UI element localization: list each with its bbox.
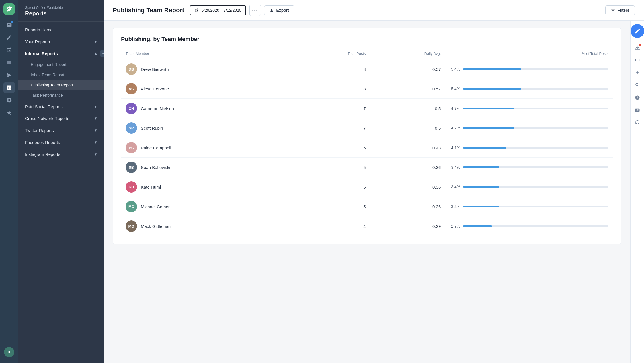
report-card: Publishing, by Team Member Team Member T… [113, 28, 621, 244]
nav-send-icon[interactable] [3, 69, 15, 81]
total-posts-paige-campbell: 6 [290, 138, 370, 158]
headset-icon[interactable] [632, 117, 643, 128]
pct-label: 3.4% [450, 185, 460, 189]
chevron-up-icon: ▴ [95, 51, 97, 56]
more-options-button[interactable]: ··· [249, 5, 261, 16]
keyboard-icon[interactable] [632, 105, 643, 115]
member-cell-alexa-cervone: AC Alexa Cervone [121, 79, 290, 99]
your-reports-label: Your Reports [25, 39, 50, 44]
reports-home-label: Reports Home [25, 27, 53, 32]
table-row: CN Cameron Nielsen 70.5 4.7% [121, 99, 613, 118]
instagram-label: Instagram Reports [25, 152, 60, 157]
pct-label: 5.4% [450, 67, 460, 71]
sidebar-item-instagram[interactable]: Instagram Reports ▾ [18, 148, 104, 160]
daily-avg-paige-campbell: 0.43 [370, 138, 446, 158]
sidebar-item-reports-home[interactable]: Reports Home [18, 24, 104, 36]
total-posts-michael-comer: 5 [290, 197, 370, 216]
member-name: Scott Rubin [141, 126, 163, 131]
pct-cell-kate-huml: 3.4% [445, 177, 613, 197]
sidebar-item-facebook[interactable]: Facebook Reports ▾ [18, 136, 104, 148]
pct-cell-drew-bierwirth: 5.4% [445, 59, 613, 79]
pct-label: 2.7% [450, 224, 460, 228]
nav-feed-icon[interactable] [3, 57, 15, 68]
chevron-down-icon-twitter: ▾ [95, 128, 97, 133]
table-row: MG Mack Gittleman 40.29 2.7% [121, 216, 613, 236]
paid-social-label: Paid Social Reports [25, 104, 63, 109]
filters-button[interactable]: Filters [605, 5, 635, 15]
pct-cell-alexa-cervone: 5.4% [445, 79, 613, 99]
member-cell-cameron-nielsen: CN Cameron Nielsen [121, 99, 290, 118]
pct-label: 3.4% [450, 165, 460, 170]
right-rail [630, 21, 644, 363]
member-cell-sean-baltowski: SB Sean Baltowski [121, 158, 290, 177]
member-cell-scott-rubin: SR Scott Rubin [121, 118, 290, 138]
progress-bar-fill [463, 186, 499, 188]
team-table: Team Member Total Posts Daily Avg. % of … [121, 49, 613, 236]
col-team-member: Team Member [121, 49, 290, 59]
internal-reports-section: Internal Reports ▴ ◀ Engagement Report I… [18, 48, 104, 100]
topbar: Publishing Team Report 6/29/2020 – 7/12/… [104, 0, 644, 21]
total-posts-mack-gittleman: 4 [290, 216, 370, 236]
org-name: Sprout Coffee Worldwide [25, 6, 97, 10]
link-icon[interactable] [632, 55, 643, 65]
pct-label: 4.7% [450, 126, 460, 130]
search-icon[interactable] [632, 80, 643, 90]
main-area: Publishing Team Report 6/29/2020 – 7/12/… [104, 0, 644, 363]
sidebar-item-paid-social[interactable]: Paid Social Reports ▾ [18, 100, 104, 112]
table-row: KH Kate Huml 50.36 3.4% [121, 177, 613, 197]
sidebar-item-your-reports[interactable]: Your Reports ▾ [18, 36, 104, 48]
sidebar-item-cross-network[interactable]: Cross-Network Reports ▾ [18, 112, 104, 124]
total-posts-scott-rubin: 7 [290, 118, 370, 138]
col-daily-avg: Daily Avg. [370, 49, 446, 59]
facebook-label: Facebook Reports [25, 140, 60, 145]
pct-cell-mack-gittleman: 2.7% [445, 216, 613, 236]
compose-button[interactable] [631, 24, 644, 38]
add-icon[interactable] [632, 67, 643, 78]
progress-bar-fill [463, 127, 514, 129]
collapse-sidebar-button[interactable]: ◀ [100, 50, 104, 57]
progress-bar-fill [463, 225, 492, 227]
progress-bar-bg [463, 206, 608, 207]
user-avatar[interactable]: TF [4, 347, 14, 357]
nav-reports-icon[interactable] [3, 82, 15, 93]
pct-label: 5.4% [450, 86, 460, 91]
report-card-title: Publishing, by Team Member [121, 36, 613, 42]
alert-icon[interactable] [632, 42, 643, 53]
table-row: MC Michael Comer 50.36 3.4% [121, 197, 613, 216]
daily-avg-mack-gittleman: 0.29 [370, 216, 446, 236]
sidebar-header: Sprout Coffee Worldwide Reports [18, 0, 104, 22]
daily-avg-sean-baltowski: 0.36 [370, 158, 446, 177]
nav-listening-icon[interactable] [3, 94, 15, 106]
app-logo[interactable] [3, 3, 15, 15]
member-name: Drew Bierwirth [141, 67, 169, 72]
member-cell-kate-huml: KH Kate Huml [121, 177, 290, 197]
progress-bar-fill [463, 147, 506, 148]
table-row: PC Paige Campbell 60.43 4.1% [121, 138, 613, 158]
sidebar-item-internal-reports[interactable]: Internal Reports ▴ ◀ [18, 48, 104, 59]
nav-inbox-icon[interactable] [3, 19, 15, 31]
pct-label: 3.4% [450, 204, 460, 209]
progress-bar-fill [463, 108, 514, 109]
nav-compose-icon[interactable] [3, 32, 15, 43]
member-cell-drew-bierwirth: DB Drew Bierwirth [121, 59, 290, 79]
progress-bar-bg [463, 166, 608, 168]
icon-rail: TF [0, 0, 18, 363]
date-range-button[interactable]: 6/29/2020 – 7/12/2020 [190, 5, 246, 15]
sidebar-item-publishing-team-report[interactable]: Publishing Team Report [18, 80, 104, 90]
sidebar-item-engagement-report[interactable]: Engagement Report [18, 59, 104, 70]
help-icon[interactable] [632, 92, 643, 103]
export-button[interactable]: Export [264, 5, 294, 15]
sidebar-item-inbox-team-report[interactable]: Inbox Team Report [18, 70, 104, 80]
daily-avg-cameron-nielsen: 0.5 [370, 99, 446, 118]
sidebar-item-task-performance[interactable]: Task Performance [18, 90, 104, 100]
progress-bar-bg [463, 108, 608, 109]
progress-bar-fill [463, 88, 521, 90]
filters-label: Filters [618, 8, 629, 13]
nav-star-icon[interactable] [3, 107, 15, 118]
daily-avg-kate-huml: 0.36 [370, 177, 446, 197]
nav-tasks-icon[interactable] [3, 44, 15, 56]
daily-avg-michael-comer: 0.36 [370, 197, 446, 216]
sidebar-item-twitter[interactable]: Twitter Reports ▾ [18, 124, 104, 136]
progress-bar-bg [463, 225, 608, 227]
col-total-posts: Total Posts [290, 49, 370, 59]
